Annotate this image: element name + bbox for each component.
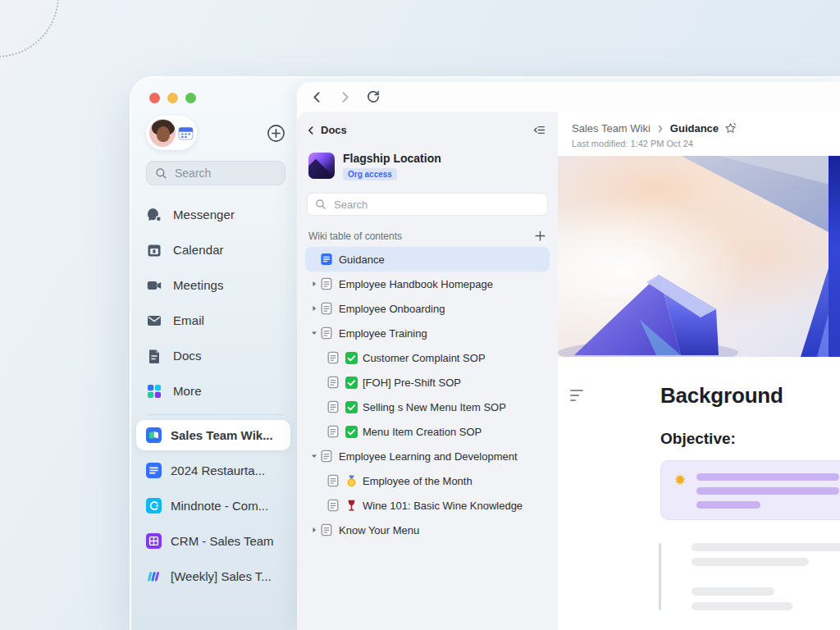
check-emoji-icon xyxy=(345,377,358,389)
tree-item-wine-101-basic-wine-knowledge[interactable]: Wine 101: Basic Wine Knowledge xyxy=(305,493,550,518)
sidebar-item-email[interactable]: Email xyxy=(146,303,285,338)
docs-icon xyxy=(146,348,162,364)
user-profile-pill[interactable] xyxy=(146,116,197,150)
document-area: Sales Team Wiki Guidance Last modified: … xyxy=(558,112,840,630)
wiki-search-input[interactable] xyxy=(332,198,540,212)
search-icon xyxy=(155,167,167,180)
maximize-window-button[interactable] xyxy=(185,93,196,103)
last-modified-text: Last modified: 1:42 PM Oct 24 xyxy=(572,139,840,148)
sidebar-item-docs[interactable]: Docs xyxy=(146,338,285,373)
tree-item-customer-complaint-sop[interactable]: Customer Complaint SOP xyxy=(305,345,550,370)
toc-section-label: Wiki table of contents xyxy=(308,231,402,242)
tree-item-employee-of-the-month[interactable]: Employee of the Month xyxy=(305,468,550,493)
history-navbar xyxy=(297,82,840,112)
doc-icon xyxy=(146,463,162,478)
tree-item-employee-handbook-homepage[interactable]: Employee Handbook Homepage xyxy=(305,272,550,296)
sidebar-item-label: Meetings xyxy=(173,278,224,292)
sidebar-item-label: 2024 Restaurta... xyxy=(171,463,265,477)
app-sidebar: Messenger Calendar Meetings Email Docs M… xyxy=(131,78,297,630)
tree-item-menu-item-creation-sop[interactable]: Menu Item Creation SOP xyxy=(305,419,550,444)
sidebar-item-calendar[interactable]: Calendar xyxy=(146,232,285,267)
sidebar-item-label: Email xyxy=(173,313,204,327)
check-emoji-icon xyxy=(345,401,358,413)
tree-item-label: Wine 101: Basic Wine Knowledge xyxy=(363,500,523,512)
sidebar-item-label: CRM - Sales Team xyxy=(171,534,274,548)
tree-item-employee-learning-and-development[interactable]: Employee Learning and Development xyxy=(305,444,550,468)
sidebar-item-sales-team-wik[interactable]: Sales Team Wik... xyxy=(136,420,290,450)
tree-item-label: Menu Item Creation SOP xyxy=(363,426,482,438)
tree-item-guidance[interactable]: Guidance xyxy=(305,247,550,272)
window-controls xyxy=(146,93,285,103)
page-title: Background xyxy=(660,383,840,409)
global-search[interactable] xyxy=(146,161,285,185)
sidebar-item-label: [Weekly] Sales T... xyxy=(171,569,272,583)
tree-item-foh-pre-shift-sop[interactable]: [FOH] Pre-Shift SOP xyxy=(305,370,550,395)
chevron-down-icon[interactable] xyxy=(308,327,320,339)
wiki-icon xyxy=(146,427,162,443)
chevron-right-icon[interactable] xyxy=(308,524,320,536)
add-button[interactable] xyxy=(267,124,285,143)
org-access-badge: Org access xyxy=(343,168,397,180)
collapse-panel-icon[interactable] xyxy=(532,123,546,137)
hero-banner-image xyxy=(558,156,840,357)
refresh-icon[interactable] xyxy=(366,89,381,104)
doc-outline-icon xyxy=(320,450,333,463)
doc-outline-icon xyxy=(326,499,340,512)
sidebar-item-crm-sales-team[interactable]: CRM - Sales Team xyxy=(136,523,290,559)
add-page-button[interactable] xyxy=(534,230,546,242)
nav-forward-button[interactable] xyxy=(338,90,352,104)
objective-heading: Objective: xyxy=(660,430,840,448)
pin-star-icon[interactable] xyxy=(724,122,737,135)
close-window-button[interactable] xyxy=(149,93,160,103)
chevron-right-icon[interactable] xyxy=(308,278,320,290)
doc-outline-icon[interactable] xyxy=(570,390,583,404)
status-calendar-icon xyxy=(178,126,194,141)
minimize-window-button[interactable] xyxy=(167,93,178,103)
sidebar-item-messenger[interactable]: Messenger xyxy=(146,197,285,232)
messenger-icon xyxy=(146,207,162,223)
quote-block xyxy=(660,543,840,610)
placeholder-bar xyxy=(696,473,839,481)
tree-item-label: Know Your Menu xyxy=(339,524,419,536)
chevron-right-icon xyxy=(656,125,664,133)
app-window: Messenger Calendar Meetings Email Docs M… xyxy=(131,78,840,630)
tree-item-selling-s-new-menu-item-sop[interactable]: Selling s New Menu Item SOP xyxy=(305,395,550,419)
global-search-input[interactable] xyxy=(173,166,276,180)
tree-item-employee-training[interactable]: Employee Training xyxy=(305,321,550,345)
sidebar-item-label: Mindnote - Com... xyxy=(171,499,268,513)
wiki-space-header[interactable]: Flagship Location Org access xyxy=(308,153,550,180)
sparkle-emoji-icon xyxy=(673,473,687,488)
sidebar-nav: Messenger Calendar Meetings Email Docs M… xyxy=(146,197,285,409)
doc-outline-icon xyxy=(320,302,333,315)
breadcrumb: Sales Team Wiki Guidance xyxy=(572,122,840,135)
tree-item-label: Employee Handbook Homepage xyxy=(339,278,493,290)
chevron-down-icon[interactable] xyxy=(308,450,320,462)
doc-outline-icon xyxy=(326,376,340,389)
sidebar-item-weekly-sales-t[interactable]: [Weekly] Sales T... xyxy=(136,559,290,594)
sidebar-item-mindnote-com[interactable]: Mindnote - Com... xyxy=(136,488,290,523)
doc-outline-icon xyxy=(326,425,340,438)
chevron-right-icon[interactable] xyxy=(308,303,320,314)
avatar[interactable] xyxy=(149,119,176,147)
doc-outline-icon xyxy=(320,326,333,340)
sidebar-item-meetings[interactable]: Meetings xyxy=(146,267,285,303)
check-emoji-icon xyxy=(345,426,358,438)
sidebar-item-label: Calendar xyxy=(173,243,224,257)
screenshot-root: Messenger Calendar Meetings Email Docs M… xyxy=(0,0,840,630)
sidebar-item-more[interactable]: More xyxy=(146,373,285,409)
docs-tree-panel: Docs Flagship Location Org access xyxy=(297,112,558,630)
sidebar-item-2024-restaurta[interactable]: 2024 Restaurta... xyxy=(136,453,290,488)
doc-outline-icon xyxy=(326,400,340,413)
back-to-docs-button[interactable]: Docs xyxy=(305,124,347,136)
wiki-search[interactable] xyxy=(307,193,548,216)
tree-item-label: Customer Complaint SOP xyxy=(363,352,486,364)
tree-item-label: Employee of the Month xyxy=(363,475,472,487)
nav-back-button[interactable] xyxy=(310,90,324,104)
tree-item-employee-onboarding[interactable]: Employee Onboarding xyxy=(305,296,550,321)
tree-item-know-your-menu[interactable]: Know Your Menu xyxy=(305,518,550,542)
doc-outline-icon xyxy=(326,351,340,364)
callout-block xyxy=(660,460,840,520)
breadcrumb-parent[interactable]: Sales Team Wiki xyxy=(572,122,651,135)
tree-item-label: Guidance xyxy=(339,253,385,266)
email-icon xyxy=(146,313,162,329)
